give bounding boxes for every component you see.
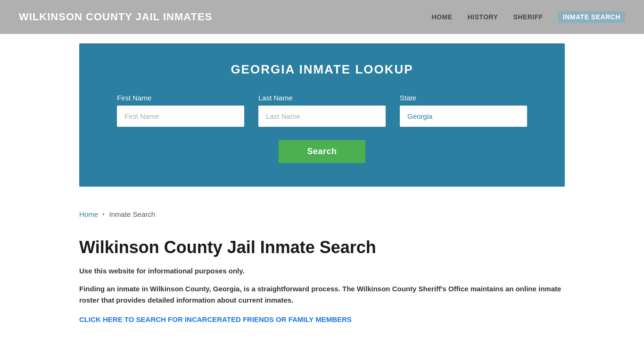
search-button-wrapper: Search	[117, 140, 527, 163]
main-content: Home • Inmate Search Wilkinson County Ja…	[60, 196, 584, 343]
search-panel-title: GEORGIA INMATE LOOKUP	[117, 62, 527, 77]
breadcrumb-separator: •	[103, 212, 105, 217]
search-button[interactable]: Search	[279, 140, 365, 163]
last-name-label: Last Name	[258, 94, 386, 102]
page-subtitle: Use this website for informational purpo…	[79, 267, 565, 275]
last-name-group: Last Name	[258, 94, 386, 127]
nav-sheriff[interactable]: SHERIFF	[513, 13, 543, 21]
search-panel: GEORGIA INMATE LOOKUP First Name Last Na…	[79, 43, 565, 187]
site-title: WILKINSON COUNTY JAIL INMATES	[19, 11, 212, 23]
first-name-input[interactable]	[117, 106, 244, 127]
nav-home[interactable]: HOME	[432, 13, 453, 21]
site-header: WILKINSON COUNTY JAIL INMATES HOME HISTO…	[0, 0, 644, 34]
main-nav: HOME HISTORY SHERIFF INMATE SEARCH	[432, 0, 626, 34]
state-input[interactable]	[400, 106, 527, 127]
state-group: State	[400, 94, 527, 127]
nav-history[interactable]: HISTORY	[468, 13, 498, 21]
breadcrumb: Home • Inmate Search	[79, 210, 565, 218]
nav-inmate-search[interactable]: INMATE SEARCH	[558, 11, 625, 23]
first-name-group: First Name	[117, 94, 244, 127]
last-name-input[interactable]	[258, 106, 386, 127]
state-label: State	[400, 94, 527, 102]
page-description: Finding an inmate in Wilkinson County, G…	[79, 283, 565, 306]
page-title: Wilkinson County Jail Inmate Search	[79, 237, 565, 257]
breadcrumb-current: Inmate Search	[109, 210, 156, 218]
first-name-label: First Name	[117, 94, 244, 102]
cta-link[interactable]: CLICK HERE to Search for Incarcerated Fr…	[79, 315, 352, 323]
breadcrumb-home-link[interactable]: Home	[79, 210, 98, 218]
search-fields-row: First Name Last Name State	[117, 94, 527, 127]
